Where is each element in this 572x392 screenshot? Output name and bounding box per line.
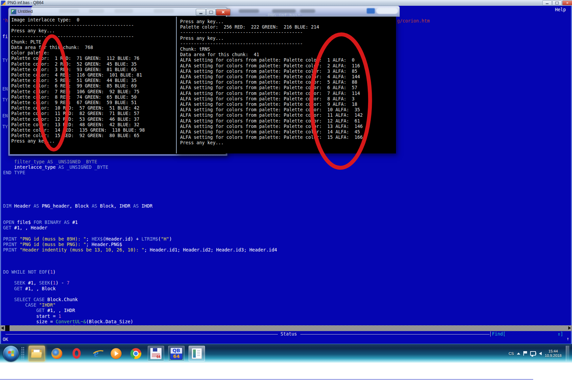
taskbar-item-wmp[interactable] (108, 346, 124, 361)
taskbar-item-qb64[interactable] (168, 346, 185, 361)
minimize-button[interactable] (542, 0, 552, 5)
code-line: DIM Header AS PNG_header, Block AS Block… (3, 203, 277, 209)
code-line (3, 192, 277, 197)
find-field[interactable]: Find[ (490, 331, 506, 337)
code-line (3, 186, 277, 192)
code-line: DO WHILE NOT EOF(1) (3, 269, 277, 275)
action-center-flag-icon[interactable] (523, 351, 527, 356)
find-scroll-glyph[interactable]: ↕] (558, 331, 563, 337)
console-close-button[interactable]: ✕ (216, 9, 231, 16)
console-line: ALFA setting for colors from palette: Pa… (180, 58, 396, 63)
close-button[interactable]: ✕ (562, 0, 572, 5)
maximize-button[interactable] (552, 0, 562, 5)
clock-time: 15:44 (545, 349, 561, 354)
console-line: ALFA setting for colors from palette: Pa… (180, 107, 396, 113)
console-title: Untitled (18, 9, 33, 14)
code-editor[interactable]: filter_type AS _UNSIGNED _BYTE interlacc… (3, 159, 277, 330)
console-line: ALFA setting for colors from palette: Pa… (180, 69, 396, 74)
internet-explorer-icon (94, 348, 99, 359)
taskbar-item-explorer[interactable] (29, 346, 45, 361)
code-line: interlacce_type AS _UNSIGNED _BYTE (3, 164, 277, 170)
console-line: ----------------------------------------… (180, 41, 396, 47)
qb64-icon (170, 347, 182, 360)
taskbar-grip (21, 347, 25, 360)
code-line: start = 1 (3, 313, 277, 319)
code-line: GET #1, , IHDR (3, 308, 277, 313)
status-ok: OK (3, 337, 8, 342)
scroll-right-arrow-icon[interactable] (568, 326, 571, 330)
console-maximize-button[interactable] (206, 9, 216, 16)
taskbar-item-opera[interactable] (69, 346, 84, 361)
taskbar-item-chrome[interactable] (128, 346, 144, 361)
code-line (3, 181, 277, 186)
console-line: Data area for this chunk: 41 (180, 52, 396, 58)
qb64-window-titlebar[interactable]: PNG inf.bas - QB64 ✕ (0, 0, 572, 6)
console-line: ALFA setting for colors from palette: Pa… (180, 102, 396, 107)
code-line (3, 275, 277, 280)
console-line: ALFA setting for colors from palette: Pa… (180, 113, 396, 118)
code-line: SELECT CASE Block.Chunk (3, 297, 277, 302)
qb64-app-icon (1, 1, 5, 5)
opera-icon (73, 348, 81, 359)
scroll-up-arrow-icon[interactable]: ↑ (567, 336, 569, 341)
code-line: CASE "IHDR" (3, 302, 277, 308)
console-titlebar[interactable]: Untitled ✕ (9, 7, 227, 16)
document-viewer-icon (192, 348, 202, 359)
volume-icon[interactable] (539, 352, 542, 355)
scroll-left-arrow-icon[interactable] (1, 326, 4, 330)
code-line: GET #1, , Block (3, 286, 277, 291)
desktop-screen: PNG inf.bas - QB64 ✕ Help 'hfiTYENTYENTY… (0, 0, 572, 392)
console-line: Chunk: tRNS (180, 47, 396, 52)
console-line: ALFA setting for colors from palette: Pa… (180, 80, 396, 85)
horizontal-scrollbar[interactable] (0, 325, 572, 331)
code-fragment: EN (2, 113, 8, 119)
code-line (3, 252, 277, 258)
code-fragment: EN (2, 86, 8, 92)
menu-help[interactable]: Help (555, 7, 566, 12)
code-line (3, 291, 277, 297)
code-line: OPEN file$ FOR BINARY AS #1 (3, 219, 277, 225)
console-output-right[interactable]: Press any key...Palette color: 256 RED: … (176, 17, 396, 153)
taskbar-item-document[interactable] (189, 346, 205, 361)
taskbar-item-ie[interactable] (89, 346, 104, 361)
code-line (3, 197, 277, 203)
code-line (3, 264, 277, 269)
code-line: GET #1, , Header (3, 225, 277, 230)
code-fragment: fi (2, 34, 8, 39)
code-fragment: TY (2, 97, 8, 103)
code-line (3, 231, 277, 236)
code-fragment: TY (2, 58, 8, 63)
status-line-left (5, 334, 278, 334)
system-tray: CS 15:44 10.9.2018 (509, 346, 572, 361)
show-desktop-button[interactable] (566, 346, 569, 361)
code-line (3, 214, 277, 219)
taskbar-item-qb64-console[interactable] (148, 346, 164, 361)
comment-url-fragment: g/corion.htm (397, 18, 430, 23)
media-player-icon (111, 348, 122, 359)
console-app-icon (11, 9, 16, 14)
code-fragment: 'h (2, 18, 8, 23)
code-fragment: TY (2, 124, 8, 130)
taskbar-clock[interactable]: 15:44 10.9.2018 (545, 349, 561, 358)
status-line-right (300, 334, 490, 334)
code-line: PRINT "PNG id (muss be PNG): "; Header.P… (3, 242, 277, 247)
explorer-folder-icon (31, 349, 42, 358)
hidden-icons-arrow[interactable] (517, 353, 520, 355)
console-minimize-button[interactable] (196, 9, 206, 16)
bottom-white-band (0, 363, 572, 392)
console-line: ALFA setting for colors from palette: Pa… (180, 91, 396, 96)
console-line: ----------------------------------------… (180, 30, 396, 35)
scrollbar-thumb[interactable] (5, 325, 10, 331)
firefox-icon (51, 348, 62, 359)
console-line: ALFA setting for colors from palette: Pa… (180, 96, 396, 102)
code-line: END TYPE (3, 170, 277, 175)
code-line (3, 176, 277, 181)
blurred-blue-icon (367, 8, 375, 14)
console-line: Palette color: 256 RED: 222 GREEN: 216 B… (180, 24, 396, 30)
taskbar-item-firefox[interactable] (49, 346, 65, 361)
start-button[interactable] (3, 345, 19, 362)
window-title: PNG inf.bas - QB64 (7, 0, 44, 5)
code-line (3, 209, 277, 214)
console-line: ALFA setting for colors from palette: Pa… (180, 118, 396, 124)
language-indicator[interactable]: CS (509, 352, 514, 356)
